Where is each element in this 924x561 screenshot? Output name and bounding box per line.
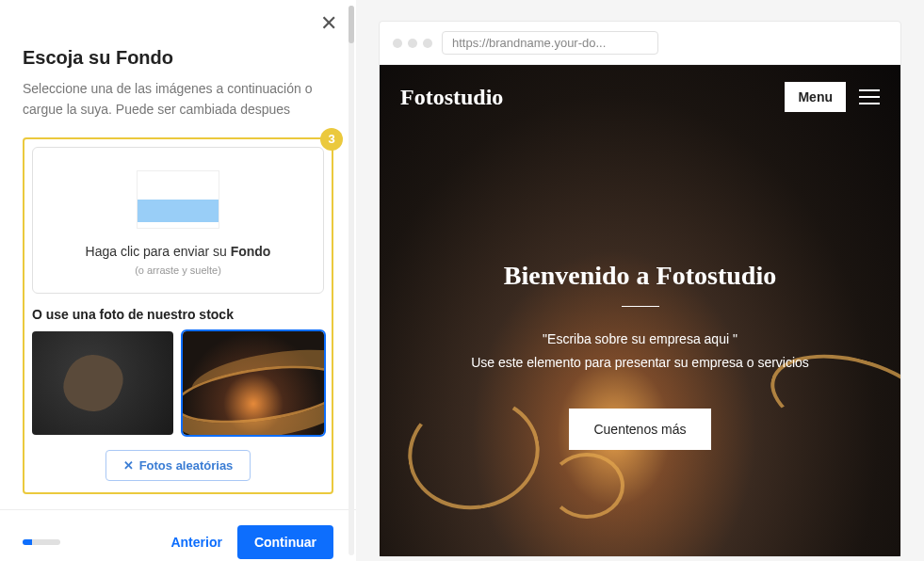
highlight-box: 3 Haga clic para enviar su Fondo (o arra… (23, 137, 333, 494)
url-bar[interactable]: https://brandname.your-do... (442, 31, 658, 55)
divider (622, 306, 659, 307)
stock-thumbs (32, 331, 324, 435)
stock-heading: O use una foto de nuestro stock (32, 307, 324, 322)
hero-description: Use este elemento para presentar su empr… (417, 352, 863, 375)
random-photos-button[interactable]: ✕ Fotos aleatórias (105, 450, 251, 481)
upload-thumb-icon (137, 170, 219, 229)
preview-pane: https://brandname.your-do... Fotostudio … (356, 0, 924, 561)
scrollbar[interactable] (349, 6, 354, 555)
close-button[interactable]: ✕ (320, 11, 337, 36)
random-btn-label: Fotos aleatórias (139, 458, 234, 473)
upload-text: Haga clic para enviar su Fondo (42, 244, 314, 259)
wizard-sidebar: ✕ Escoja su Fondo Seleccione una de las … (0, 0, 356, 561)
light-swirl-decoration (549, 453, 624, 519)
upload-dropzone[interactable]: Haga clic para enviar su Fondo (o arrast… (32, 147, 324, 294)
browser-bar: https://brandname.your-do... (380, 22, 900, 65)
previous-button[interactable]: Anterior (170, 535, 221, 550)
wizard-footer: Anterior Continuar (0, 509, 356, 561)
upload-subtext: (o arraste y suelte) (42, 264, 314, 276)
sidebar-title: Escoja su Fondo (23, 47, 333, 69)
menu-button[interactable]: Menu (785, 82, 846, 112)
site-title[interactable]: Fotostudio (400, 85, 503, 110)
continue-button[interactable]: Continuar (237, 525, 333, 559)
stock-thumb-1[interactable] (32, 331, 173, 435)
site-hero: Fotostudio Menu Bienvenido a Fotostudio … (380, 65, 900, 556)
progress-bar (23, 539, 60, 545)
shuffle-icon: ✕ (123, 458, 134, 473)
scrollbar-thumb[interactable] (349, 6, 354, 43)
step-badge: 3 (320, 128, 343, 151)
sidebar-subtitle: Seleccione una de las imágenes a continu… (23, 78, 333, 120)
cta-button[interactable]: Cuentenos más (569, 409, 710, 450)
browser-dots (393, 39, 432, 48)
hero-title: Bienvenido a Fotostudio (417, 261, 863, 291)
stock-thumb-2[interactable] (183, 331, 324, 435)
upload-text-bold: Fondo (231, 244, 271, 259)
dot-icon (393, 39, 402, 48)
upload-text-prefix: Haga clic para enviar su (86, 244, 231, 259)
hero-quote: "Escriba sobre su empresa aqui " (417, 331, 863, 346)
site-header: Fotostudio Menu (380, 65, 900, 129)
hamburger-icon[interactable] (859, 89, 880, 104)
browser-frame: https://brandname.your-do... Fotostudio … (379, 21, 901, 557)
hero-content: Bienvenido a Fotostudio "Escriba sobre s… (380, 129, 900, 450)
dot-icon (408, 39, 417, 48)
dot-icon (423, 39, 432, 48)
